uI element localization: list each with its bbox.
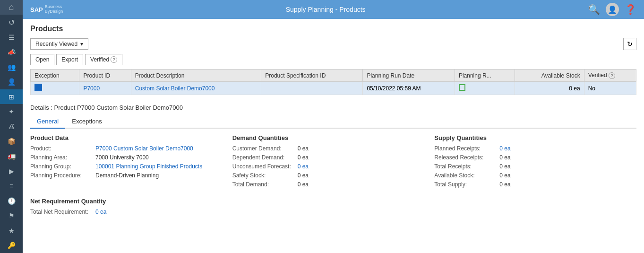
field-product: Product: P7000 Custom Solar Boiler Demo7… — [30, 145, 221, 152]
planning-group-value-link[interactable]: 100001 Planning Group Finished Products — [95, 163, 202, 170]
supply-quantities-title: Supply Quantities — [434, 134, 625, 141]
sidebar-item-megaphone[interactable]: 📣 — [0, 44, 23, 59]
sidebar-item-box[interactable]: 📦 — [0, 134, 23, 148]
sap-logo: SAP Business ByDesign — [30, 5, 63, 14]
field-released-receipts: Released Receipts: 0 ea — [434, 154, 625, 161]
field-planned-receipts: Planned Receipts: 0 ea — [434, 145, 625, 152]
net-requirement-section: Net Requirement Quantity Total Net Requi… — [30, 198, 636, 215]
table-row[interactable]: P7000 Custom Solar Boiler Demo7000 05/10… — [31, 82, 636, 95]
toolbar-row: Recently Viewed ▾ ↻ — [30, 38, 636, 50]
user-avatar[interactable]: 👤 — [606, 3, 619, 16]
field-planning-group: Planning Group: 100001 Planning Group Fi… — [30, 163, 221, 170]
unconsumed-forecast-value-link[interactable]: 0 ea — [298, 163, 309, 170]
exception-indicator — [34, 84, 42, 91]
demand-quantities-section: Demand Quantities Customer Demand: 0 ea … — [232, 134, 435, 190]
released-receipts-value: 0 ea — [499, 154, 510, 161]
field-dependent-demand: Dependent Demand: 0 ea — [232, 154, 423, 161]
refresh-button-area: ↻ — [623, 38, 636, 50]
field-safety-stock: Safety Stock: 0 ea — [232, 172, 423, 179]
cell-product-id: P7000 — [79, 82, 131, 95]
customer-demand-value: 0 ea — [298, 145, 309, 152]
sidebar-item-flag[interactable]: ⚑ — [0, 209, 23, 223]
tab-general[interactable]: General — [30, 115, 65, 129]
demand-quantities-title: Demand Quantities — [232, 134, 423, 141]
verified-button[interactable]: Verified ? — [85, 54, 122, 65]
planned-receipts-value-link[interactable]: 0 ea — [499, 145, 510, 152]
sidebar-item-clock[interactable]: 🕐 — [0, 193, 23, 208]
sidebar-item-key[interactable]: 🔑 — [0, 238, 23, 253]
sap-logo-sub: Business ByDesign — [45, 5, 63, 14]
planning-procedure-value: Demand-Driven Planning — [95, 172, 159, 179]
supply-quantities-section: Supply Quantities Planned Receipts: 0 ea… — [434, 134, 636, 190]
help-icon[interactable]: ❓ — [625, 4, 636, 15]
sidebar-item-play[interactable]: ▶ — [0, 164, 23, 178]
sidebar-item-star[interactable]: ★ — [0, 223, 23, 238]
sidebar: ⌂ ↺ ☰ 📣 👥 👤 ⊞ ✦ 🖨 📦 🚛 ▶ ≡ 🕐 ⚑ ★ 🔑 — [0, 0, 23, 253]
sidebar-item-print[interactable]: 🖨 — [0, 119, 23, 134]
col-header-planning-run-date: Planning Run Date — [363, 70, 455, 82]
verified-col-help-icon[interactable]: ? — [609, 72, 615, 79]
sidebar-item-person[interactable]: 👤 — [0, 74, 23, 89]
details-content-grid: Product Data Product: P7000 Custom Solar… — [30, 134, 636, 190]
field-available-stock-detail: Available Stock: 0 ea — [434, 172, 625, 179]
product-data-title: Product Data — [30, 134, 221, 141]
total-demand-value: 0 ea — [298, 181, 309, 188]
export-button[interactable]: Export — [56, 54, 83, 65]
safety-stock-value: 0 ea — [298, 172, 309, 179]
action-buttons-row: Open Export Verified ? — [30, 54, 636, 65]
cell-planning-r — [455, 82, 515, 95]
details-label: Details : Product P7000 Custom Solar Boi… — [30, 104, 183, 111]
sidebar-item-home[interactable]: ⌂ — [0, 0, 23, 15]
total-net-requirement-value: 0 ea — [95, 209, 106, 215]
product-description-link[interactable]: Custom Solar Boiler Demo7000 — [135, 85, 215, 92]
recently-viewed-dropdown[interactable]: Recently Viewed ▾ — [30, 38, 88, 50]
details-tabs: General Exceptions — [30, 115, 636, 129]
planning-r-checkbox[interactable] — [459, 84, 465, 91]
open-button[interactable]: Open — [30, 54, 54, 65]
cell-verified: No — [584, 82, 636, 95]
verified-help-icon[interactable]: ? — [111, 56, 117, 63]
col-header-planning-r: Planning R... — [455, 70, 515, 82]
sidebar-item-grid[interactable]: ⊞ — [0, 89, 23, 104]
field-customer-demand: Customer Demand: 0 ea — [232, 145, 423, 152]
total-supply-value: 0 ea — [499, 181, 510, 188]
refresh-button[interactable]: ↻ — [623, 38, 636, 50]
available-stock-detail-value: 0 ea — [499, 172, 510, 179]
product-data-section: Product Data Product: P7000 Custom Solar… — [30, 134, 232, 190]
sidebar-item-list[interactable]: ≡ — [0, 179, 23, 193]
sidebar-item-truck[interactable]: 🚛 — [0, 149, 23, 164]
field-total-net-requirement: Total Net Requirement: 0 ea — [30, 209, 636, 215]
col-header-exception: Exception — [31, 70, 79, 82]
chevron-down-icon: ▾ — [80, 41, 83, 47]
sidebar-item-people[interactable]: 👥 — [0, 60, 23, 74]
field-unconsumed-forecast: Unconsumed Forecast: 0 ea — [232, 163, 423, 170]
sap-logo-text: SAP — [30, 6, 43, 13]
toolbar-left: Recently Viewed ▾ — [30, 38, 88, 50]
product-id-link[interactable]: P7000 — [83, 85, 100, 92]
col-header-verified: Verified ? — [584, 70, 636, 82]
field-total-receipts: Total Receipts: 0 ea — [434, 163, 625, 170]
sidebar-item-back[interactable]: ↺ — [0, 15, 23, 29]
field-total-demand: Total Demand: 0 ea — [232, 181, 423, 188]
cell-available-stock: 0 ea — [515, 82, 584, 95]
cell-product-spec-id — [261, 82, 363, 95]
sidebar-item-menu[interactable]: ☰ — [0, 30, 23, 44]
field-total-supply: Total Supply: 0 ea — [434, 181, 625, 188]
cell-product-description: Custom Solar Boiler Demo7000 — [131, 82, 261, 95]
dependent-demand-value: 0 ea — [298, 154, 309, 161]
cell-exception — [31, 82, 79, 95]
cell-planning-run-date: 05/10/2022 05:59 AM — [363, 82, 455, 95]
product-value-link[interactable]: P7000 Custom Solar Boiler Demo7000 — [95, 145, 193, 152]
col-header-available-stock: Available Stock — [515, 70, 584, 82]
tab-exceptions[interactable]: Exceptions — [65, 115, 109, 129]
col-header-product-description: Product Description — [131, 70, 261, 82]
field-planning-procedure: Planning Procedure: Demand-Driven Planni… — [30, 172, 221, 179]
net-requirement-title: Net Requirement Quantity — [30, 198, 636, 205]
page-header-title: Supply Planning - Products — [63, 6, 588, 13]
sidebar-item-star-badge[interactable]: ✦ — [0, 104, 23, 119]
top-bar-icons: 🔍 👤 ❓ — [588, 3, 636, 16]
col-header-product-id: Product ID — [79, 70, 131, 82]
planning-area-value: 7000 University 7000 — [95, 154, 149, 161]
search-icon[interactable]: 🔍 — [588, 4, 600, 15]
field-planning-area: Planning Area: 7000 University 7000 — [30, 154, 221, 161]
